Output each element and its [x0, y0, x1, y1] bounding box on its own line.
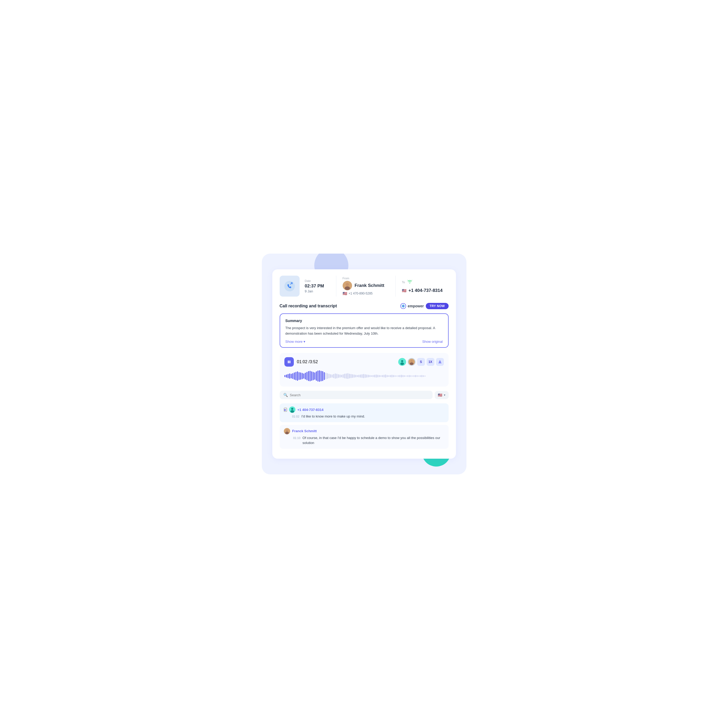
transcript-list: ▶ +1 404-737-8314 01:02 I'd like to know…: [280, 403, 449, 449]
svg-point-12: [410, 362, 414, 365]
call-outgoing-icon: [284, 281, 295, 291]
show-more-button[interactable]: Show more ▾: [285, 340, 306, 344]
waveform-bar: [374, 375, 375, 377]
search-row: 🔍 🇺🇸 ▾: [280, 391, 449, 399]
empower-badge: empower TRY NOW: [400, 303, 449, 309]
waveform-bar: [425, 376, 426, 376]
transcript-header-1: ▶ +1 404-737-8314: [284, 407, 444, 413]
show-more-label: Show more: [285, 340, 303, 344]
speed-s-button[interactable]: S: [417, 358, 425, 366]
waveform-bar: [314, 372, 315, 380]
waveform-bar: [359, 375, 359, 377]
waveform-bar: [399, 375, 400, 377]
waveform-bar: [317, 370, 319, 382]
from-label: From: [343, 277, 389, 280]
waveform-bar: [336, 374, 337, 378]
empower-logo: empower: [400, 303, 424, 309]
waveform-bar: [335, 373, 336, 379]
waveform-bar: [341, 375, 342, 377]
waveform-bar: [305, 373, 306, 379]
waveform-bar: [292, 373, 293, 379]
search-input[interactable]: [290, 393, 429, 397]
chevron-down-icon: ▾: [303, 340, 305, 344]
waveform-bar: [418, 376, 419, 376]
waveform-bar: [296, 372, 296, 380]
waveform-bar: [406, 376, 407, 376]
waveform-bar: [308, 371, 309, 381]
date-label: Date: [305, 279, 330, 283]
waveform-bar: [420, 375, 421, 377]
waveform-bar: [349, 374, 350, 378]
waveform-bar: [324, 372, 325, 380]
svg-point-8: [401, 360, 403, 362]
waveform-bar: [325, 373, 326, 379]
call-to-section: To 🇺🇸 +1 404-737-8314: [395, 275, 449, 297]
speaker2-avatar: [408, 358, 415, 366]
waveform-bar: [417, 375, 418, 377]
waveform-bar: [365, 374, 366, 378]
agent-name: Franck Schmitt: [292, 429, 317, 433]
current-time: 01:02: [297, 359, 308, 364]
waveform-bar: [300, 372, 301, 380]
waveform-bar: [383, 375, 385, 377]
transcript-play-1[interactable]: ▶: [284, 408, 287, 412]
waveform-bar: [344, 374, 345, 378]
waveform-bar: [310, 371, 311, 381]
waveform: [284, 370, 444, 382]
waveform-bar: [343, 374, 344, 378]
svg-point-2: [346, 283, 349, 286]
wifi-icon: [407, 279, 412, 285]
waveform-bar: [366, 375, 367, 378]
waveform-bar: [391, 375, 392, 377]
waveform-bar: [375, 375, 377, 378]
transcript-body-2: 01:10 Of course, in that case I'd be hap…: [293, 435, 444, 445]
waveform-bar: [377, 375, 378, 377]
transcript-entry-1: ▶ +1 404-737-8314 01:02 I'd like to know…: [280, 403, 449, 422]
svg-point-3: [345, 286, 350, 290]
to-label: To: [402, 281, 405, 284]
audio-right-controls: S 1X: [398, 358, 444, 366]
agent-text: Of course, in that case I'd be happy to …: [302, 435, 444, 445]
download-button[interactable]: [436, 358, 444, 366]
language-selector[interactable]: 🇺🇸 ▾: [435, 391, 449, 399]
try-now-button[interactable]: TRY NOW: [426, 303, 448, 309]
call-time: 02:37 PM: [305, 283, 330, 289]
waveform-bar: [414, 375, 414, 377]
waveform-bar: [307, 372, 308, 380]
waveform-bar: [390, 375, 391, 377]
svg-point-11: [411, 360, 413, 362]
search-wrapper: 🔍: [280, 391, 432, 399]
waveform-bar: [402, 375, 403, 377]
show-original-button[interactable]: Show original: [422, 340, 443, 344]
waveform-bar: [327, 373, 328, 379]
waveform-bar: [346, 373, 347, 379]
waveform-bar: [415, 375, 416, 377]
caller-avatar-svg: [289, 407, 296, 413]
section-title-row: Call recording and transcript empower TR…: [280, 303, 449, 309]
caller-text: I'd like to know more to make up my mind…: [302, 414, 365, 419]
waveform-bar: [368, 375, 369, 377]
waveform-bar: [354, 375, 355, 378]
from-name: Frank Schmitt: [355, 283, 384, 288]
waveform-bar: [299, 372, 300, 380]
chevron-down-icon: ▾: [444, 393, 446, 397]
waveform-bar: [372, 375, 374, 377]
waveform-bar: [355, 375, 356, 377]
language-flag-icon: 🇺🇸: [438, 393, 442, 397]
call-info-row: Date 02:37 PM 9 Jan From Fran: [280, 275, 449, 297]
total-time: 3:52: [310, 359, 318, 364]
svg-point-15: [290, 410, 294, 413]
svg-point-0: [284, 281, 295, 291]
agent-avatar: [343, 281, 352, 290]
speed-1x-button[interactable]: 1X: [426, 358, 434, 366]
pause-button[interactable]: [284, 357, 294, 367]
waveform-bar: [410, 375, 411, 377]
download-icon: [438, 360, 442, 364]
waveform-bar: [380, 375, 382, 377]
audio-controls-row: 01:02 /3:52: [284, 357, 444, 367]
svg-point-17: [286, 429, 288, 432]
waveform-bar: [322, 371, 323, 381]
waveform-bar: [288, 374, 288, 378]
waveform-bar: [351, 374, 351, 378]
waveform-bar: [339, 375, 340, 378]
